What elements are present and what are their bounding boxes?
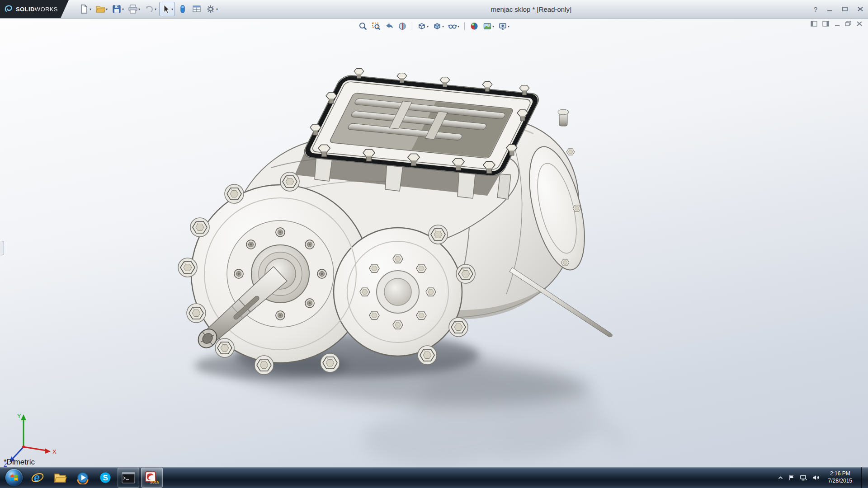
clock-time: 2:16 PM <box>830 470 850 477</box>
dropdown-caret-icon[interactable]: ▾ <box>138 7 140 11</box>
previous-view-icon <box>385 22 394 31</box>
minimize-button[interactable] <box>826 6 833 12</box>
dock-right-button[interactable] <box>822 21 830 27</box>
dropdown-caret-icon[interactable]: ▾ <box>155 7 156 11</box>
system-tray: 2:16 PM 7/28/2015 <box>778 467 868 488</box>
network-icon <box>800 474 807 481</box>
dropdown-caret-icon[interactable]: ▾ <box>492 24 494 28</box>
start-button[interactable] <box>5 469 23 486</box>
zoom-to-fit-button[interactable] <box>358 21 368 32</box>
taskbar-media-player[interactable] <box>72 468 93 487</box>
dock-left-icon <box>811 21 818 27</box>
options-button[interactable]: ▾ <box>204 2 219 16</box>
undo-icon <box>144 4 154 14</box>
window-grid-icon <box>192 4 202 14</box>
dock-right-icon <box>822 21 830 27</box>
heads-up-toolbar: ▾ ▾ ▾ <box>358 21 510 32</box>
minimize-doc-icon <box>834 21 840 27</box>
triad-y-label: Y <box>17 413 21 419</box>
brand-text: SOLIDWORKS <box>16 6 58 13</box>
close-icon <box>857 6 863 12</box>
hide-show-items-button[interactable]: ▾ <box>447 21 460 32</box>
undo-button[interactable]: ▾ <box>143 2 158 16</box>
flag-icon <box>788 474 795 481</box>
taskbar-command-prompt[interactable] <box>118 468 139 488</box>
xpress-products-button[interactable] <box>176 2 189 16</box>
dropdown-caret-icon[interactable]: ▾ <box>171 7 173 11</box>
maximize-icon <box>842 6 848 12</box>
dropdown-caret-icon[interactable]: ▾ <box>458 24 459 28</box>
restore-document-button[interactable] <box>845 21 852 27</box>
apply-scene-button[interactable]: ▾ <box>482 21 495 32</box>
window-layout-button[interactable] <box>190 2 203 16</box>
taskbar-windows-explorer[interactable] <box>50 468 71 487</box>
view-orientation-button[interactable]: ▾ <box>416 21 429 32</box>
show-hidden-icons-button[interactable] <box>778 475 783 480</box>
clock-date: 7/28/2015 <box>828 478 852 484</box>
minimize-document-button[interactable] <box>834 21 840 27</box>
view-orientation-icon <box>417 22 426 31</box>
skype-icon: S <box>99 471 112 484</box>
dock-left-button[interactable] <box>811 21 818 27</box>
zoom-to-area-icon <box>372 22 381 31</box>
action-center-button[interactable] <box>788 474 795 481</box>
standard-toolbar: ▾ ▾ ▾ ▾ ▾ <box>78 0 219 18</box>
save-button[interactable]: ▾ <box>110 2 125 16</box>
display-style-button[interactable]: ▾ <box>432 21 445 32</box>
window-controls: ? <box>814 0 863 18</box>
triad-x-label: X <box>52 448 57 455</box>
solidworks-logo: SOLIDWORKS <box>0 0 69 18</box>
zoom-to-fit-icon <box>359 22 368 31</box>
network-status-button[interactable] <box>800 474 807 481</box>
taskbar-skype[interactable]: S <box>95 468 116 487</box>
svg-text:e: e <box>34 472 40 483</box>
dropdown-caret-icon[interactable]: ▾ <box>442 24 444 28</box>
view-settings-button[interactable]: ▾ <box>497 21 510 32</box>
edit-appearance-button[interactable] <box>469 21 480 32</box>
windows-flag-icon <box>9 473 19 482</box>
taskbar-clock[interactable]: 2:16 PM 7/28/2015 <box>824 470 856 484</box>
select-arrow-icon <box>161 4 171 14</box>
select-tool-button[interactable]: ▾ <box>159 2 175 16</box>
featuremanager-flyout-handle[interactable] <box>0 241 4 255</box>
taskbar-solidworks[interactable]: 2015 <box>141 468 163 488</box>
save-floppy-icon <box>112 4 122 14</box>
new-document-button[interactable]: ▾ <box>78 2 93 16</box>
open-button[interactable]: ▾ <box>94 2 109 16</box>
svg-text:2015: 2015 <box>150 480 159 484</box>
close-doc-icon <box>856 21 863 27</box>
new-document-icon <box>79 4 89 14</box>
dassault-mark-icon <box>4 4 14 14</box>
previous-view-button[interactable] <box>384 21 395 32</box>
print-icon <box>128 4 138 14</box>
dropdown-caret-icon[interactable]: ▾ <box>90 7 91 11</box>
print-button[interactable]: ▾ <box>127 2 142 16</box>
hide-show-items-icon <box>448 22 457 31</box>
xpress-pill-icon <box>178 4 188 14</box>
close-document-button[interactable] <box>856 21 863 27</box>
open-folder-icon <box>95 4 105 14</box>
windows-taskbar: e S 2015 <box>0 467 868 488</box>
taskbar-internet-explorer[interactable]: e <box>27 468 48 487</box>
view-orientation-label: *Dimetric <box>4 458 35 467</box>
section-view-button[interactable] <box>397 21 408 32</box>
close-button[interactable] <box>857 6 863 12</box>
dropdown-caret-icon[interactable]: ▾ <box>122 7 124 11</box>
dropdown-caret-icon[interactable]: ▾ <box>216 7 218 11</box>
zoom-to-area-button[interactable] <box>371 21 382 32</box>
display-style-icon <box>433 22 442 31</box>
restore-doc-icon <box>845 21 852 27</box>
media-player-icon <box>76 471 90 484</box>
dropdown-caret-icon[interactable]: ▾ <box>106 7 108 11</box>
edit-appearance-icon <box>470 22 479 31</box>
model-canvas[interactable]: Y X Z <box>0 19 868 467</box>
help-button[interactable]: ? <box>814 5 817 13</box>
internet-explorer-icon: e <box>31 471 44 484</box>
maximize-button[interactable] <box>842 6 848 12</box>
minimize-icon <box>826 6 833 12</box>
dropdown-caret-icon[interactable]: ▾ <box>508 24 509 28</box>
dropdown-caret-icon[interactable]: ▾ <box>427 24 429 28</box>
show-desktop-button[interactable] <box>861 467 868 488</box>
solidworks-app-icon: 2015 <box>145 471 159 484</box>
volume-button[interactable] <box>812 474 819 481</box>
